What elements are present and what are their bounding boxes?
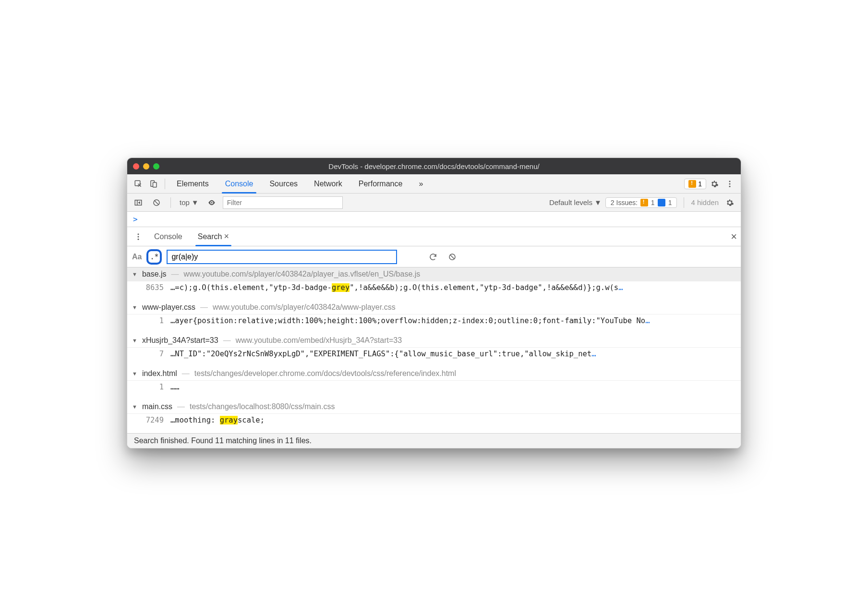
close-tab-icon[interactable]: × xyxy=(224,231,229,242)
hidden-count[interactable]: 4 hidden xyxy=(691,198,719,206)
match-case-button[interactable]: Aa xyxy=(132,253,142,261)
warning-icon: ! xyxy=(640,199,648,206)
tab-console[interactable]: Console xyxy=(217,174,261,193)
search-results: ▼ base.js — www.youtube.com/s/player/c40… xyxy=(127,267,741,433)
live-expression-icon[interactable] xyxy=(205,195,219,210)
result-match-row[interactable]: 1 …… xyxy=(127,381,741,400)
tab-elements[interactable]: Elements xyxy=(169,174,217,193)
separator: — xyxy=(182,369,190,378)
tab-sources[interactable]: Sources xyxy=(262,174,305,193)
result-file-row[interactable]: ▼ base.js — www.youtube.com/s/player/c40… xyxy=(127,267,741,281)
svg-point-10 xyxy=(138,238,139,240)
errors-count: 1 xyxy=(698,180,702,188)
filter-input[interactable] xyxy=(223,196,343,209)
close-window-button[interactable] xyxy=(133,163,139,170)
result-file-row[interactable]: ▼ index.html — tests/changes/developer.c… xyxy=(127,367,741,381)
line-number: 7249 xyxy=(140,416,164,424)
window-title: DevTools - developer.chrome.com/docs/dev… xyxy=(133,162,735,170)
devtools-window: DevTools - developer.chrome.com/docs/dev… xyxy=(127,158,741,448)
drawer-tab-search[interactable]: Search × xyxy=(191,227,236,246)
tab-network[interactable]: Network xyxy=(306,174,350,193)
issues-button[interactable]: 2 Issues: ! 1 1 xyxy=(605,197,677,208)
svg-rect-2 xyxy=(153,182,157,187)
issues-label: 2 Issues: xyxy=(611,199,638,206)
result-match-row[interactable]: 1 …ayer{position:relative;width:100%;hei… xyxy=(127,315,741,334)
match-text: …… xyxy=(170,383,180,391)
divider xyxy=(170,197,171,208)
status-bar: Search finished. Found 11 matching lines… xyxy=(127,433,741,448)
line-number: 8635 xyxy=(140,283,164,292)
context-label: top xyxy=(180,198,190,206)
disclosure-triangle-icon: ▼ xyxy=(132,371,137,376)
file-path: www.youtube.com/embed/xHusjrb_34A?start=… xyxy=(236,336,402,345)
main-tab-strip: Elements Console Sources Network Perform… xyxy=(127,174,741,194)
errors-badge[interactable]: ! 1 xyxy=(684,179,706,189)
titlebar: DevTools - developer.chrome.com/docs/dev… xyxy=(127,158,741,174)
match-text: …=c);g.O(this.element,"ytp-3d-badge-grey… xyxy=(170,283,623,292)
clear-console-icon[interactable] xyxy=(149,195,164,210)
context-dropdown[interactable]: top ▼ xyxy=(178,198,201,206)
match-text: …NT_ID":"2OeQYs2rNcSnW8yxpLgD","EXPERIME… xyxy=(170,350,596,358)
kebab-menu-icon[interactable] xyxy=(723,177,737,191)
separator: — xyxy=(200,303,208,312)
separator: — xyxy=(171,270,179,279)
match-text: …ayer{position:relative;width:100%;heigh… xyxy=(170,316,650,325)
clear-search-icon[interactable] xyxy=(445,250,459,264)
separator: — xyxy=(177,402,185,411)
warning-icon: ! xyxy=(688,180,696,188)
line-number: 1 xyxy=(140,316,164,325)
file-path: tests/changes/localhost:8080/css/main.cs… xyxy=(190,402,335,411)
result-match-row[interactable]: 7249 …moothing: grayscale; xyxy=(127,414,741,433)
maximize-window-button[interactable] xyxy=(153,163,159,170)
info-count: 1 xyxy=(668,199,672,206)
result-file-row[interactable]: ▼ main.css — tests/changes/localhost:808… xyxy=(127,400,741,414)
line-number: 1 xyxy=(140,383,164,391)
levels-label: Default levels xyxy=(549,198,592,206)
prompt-chevron-icon: > xyxy=(133,215,138,224)
console-sidebar-toggle-icon[interactable] xyxy=(131,195,145,210)
search-input[interactable] xyxy=(167,250,397,264)
result-match-row[interactable]: 7 …NT_ID":"2OeQYs2rNcSnW8yxpLgD","EXPERI… xyxy=(127,348,741,367)
tab-performance[interactable]: Performance xyxy=(351,174,410,193)
svg-point-5 xyxy=(729,185,731,187)
svg-point-8 xyxy=(138,233,139,235)
disclosure-triangle-icon: ▼ xyxy=(132,304,137,310)
file-path: tests/changes/developer.chrome.com/docs/… xyxy=(194,369,456,378)
tab-overflow[interactable]: » xyxy=(411,174,431,193)
traffic-lights xyxy=(133,163,159,170)
regex-button[interactable]: .* xyxy=(146,249,162,265)
refresh-search-icon[interactable] xyxy=(426,250,440,264)
minimize-window-button[interactable] xyxy=(143,163,149,170)
inspect-element-icon[interactable] xyxy=(131,177,145,191)
file-name: www-player.css xyxy=(142,303,195,312)
device-toolbar-icon[interactable] xyxy=(146,177,161,191)
line-number: 7 xyxy=(140,350,164,358)
console-settings-icon[interactable] xyxy=(723,195,737,210)
match-text: …moothing: grayscale; xyxy=(170,416,265,424)
divider xyxy=(165,179,165,189)
chevron-down-icon: ▼ xyxy=(192,198,199,206)
file-path: www.youtube.com/s/player/c403842a/www-pl… xyxy=(213,303,396,312)
drawer-tab-console[interactable]: Console xyxy=(147,227,189,246)
search-toolbar: Aa .* xyxy=(127,246,741,267)
console-toolbar: top ▼ Default levels ▼ 2 Issues: ! 1 1 4… xyxy=(127,194,741,212)
svg-point-4 xyxy=(729,183,731,184)
disclosure-triangle-icon: ▼ xyxy=(132,404,137,410)
close-drawer-icon[interactable]: × xyxy=(731,230,737,243)
file-name: xHusjrb_34A?start=33 xyxy=(142,336,218,345)
chevron-down-icon: ▼ xyxy=(594,198,602,206)
separator: — xyxy=(223,336,231,345)
drawer-tab-strip: Console Search × × xyxy=(127,227,741,246)
settings-icon[interactable] xyxy=(707,177,722,191)
result-file-row[interactable]: ▼ www-player.css — www.youtube.com/s/pla… xyxy=(127,301,741,315)
result-match-row[interactable]: 8635 …=c);g.O(this.element,"ytp-3d-badge… xyxy=(127,281,741,301)
disclosure-triangle-icon: ▼ xyxy=(132,338,137,343)
divider xyxy=(684,197,684,208)
file-name: index.html xyxy=(142,369,177,378)
log-levels-dropdown[interactable]: Default levels ▼ xyxy=(549,198,602,206)
result-file-row[interactable]: ▼ xHusjrb_34A?start=33 — www.youtube.com… xyxy=(127,334,741,348)
console-prompt[interactable]: > xyxy=(127,212,741,227)
drawer-tab-search-label: Search xyxy=(198,232,222,241)
info-icon xyxy=(658,199,665,206)
drawer-menu-icon[interactable] xyxy=(131,230,145,244)
